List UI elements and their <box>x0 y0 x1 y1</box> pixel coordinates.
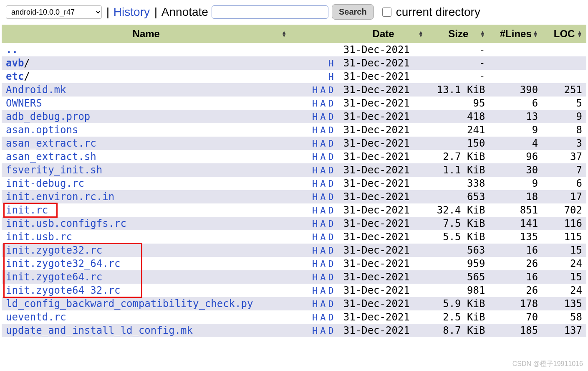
file-link[interactable]: asan_extract.rc <box>6 137 96 149</box>
history-link[interactable]: H <box>328 58 334 69</box>
download-link[interactable]: D <box>328 152 334 162</box>
download-link[interactable]: D <box>328 112 334 122</box>
history-link[interactable]: H <box>312 152 318 162</box>
history-link[interactable]: H <box>312 219 318 229</box>
history-link[interactable]: H <box>328 71 334 82</box>
download-link[interactable]: D <box>328 98 334 109</box>
file-link[interactable]: init.zygote64_32.rc <box>6 285 121 296</box>
date-cell: 31-Dec-2021 <box>339 217 427 230</box>
annotate-link[interactable]: A <box>320 219 326 229</box>
download-link[interactable]: D <box>328 325 334 336</box>
history-link[interactable]: H <box>312 299 318 309</box>
file-link[interactable]: .. <box>6 44 18 56</box>
history-link[interactable]: H <box>312 325 318 336</box>
history-link[interactable]: H <box>312 232 318 242</box>
history-link[interactable]: H <box>312 245 318 256</box>
branch-select[interactable]: android-10.0.0_r47 <box>6 5 102 19</box>
history-link[interactable]: H <box>312 138 318 149</box>
annotate-link[interactable]: A <box>320 259 326 269</box>
file-link[interactable]: update_and_install_ld_config.mk <box>6 325 193 336</box>
annotate-link[interactable]: A <box>320 112 326 122</box>
history-link[interactable]: History <box>114 5 150 19</box>
col-name[interactable]: Name ▲▼ <box>2 25 291 43</box>
download-link[interactable]: D <box>328 312 334 323</box>
file-link[interactable]: ueventd.rc <box>6 311 66 323</box>
annotate-link[interactable]: A <box>320 125 326 135</box>
file-link[interactable]: fsverity_init.sh <box>6 164 102 176</box>
file-link[interactable]: adb_debug.prop <box>6 111 90 122</box>
annotate-link[interactable]: Annotate <box>162 5 208 19</box>
file-link[interactable]: init.usb.rc <box>6 231 72 243</box>
download-link[interactable]: D <box>328 259 334 269</box>
history-link[interactable]: H <box>312 205 318 216</box>
history-link[interactable]: H <box>312 312 318 323</box>
annotate-link[interactable]: A <box>320 232 326 242</box>
file-link[interactable]: Android.mk <box>6 84 66 96</box>
search-input[interactable] <box>212 5 328 19</box>
file-link[interactable]: init-debug.rc <box>6 178 84 189</box>
date-cell: 31-Dec-2021 <box>339 284 427 297</box>
file-link[interactable]: init.zygote64.rc <box>6 271 102 283</box>
file-link[interactable]: etc <box>6 71 24 82</box>
annotate-link[interactable]: A <box>320 152 326 162</box>
history-link[interactable]: H <box>312 98 318 109</box>
file-link[interactable]: ld_config_backward_compatibility_check.p… <box>6 298 253 310</box>
file-link[interactable]: init.zygote32.rc <box>6 244 102 256</box>
download-link[interactable]: D <box>328 299 334 309</box>
annotate-link[interactable]: A <box>320 165 326 175</box>
file-link[interactable]: avb <box>6 57 24 69</box>
file-link[interactable]: init.environ.rc.in <box>6 191 114 203</box>
history-link[interactable]: H <box>312 165 318 175</box>
table-row: init.usb.rcHAD31-Dec-20215.5 KiB135115 <box>2 230 586 244</box>
had-links-cell: HAD <box>291 244 339 257</box>
file-link[interactable]: asan.options <box>6 124 78 136</box>
annotate-link[interactable]: A <box>320 299 326 309</box>
history-link[interactable]: H <box>312 178 318 189</box>
download-link[interactable]: D <box>328 125 334 135</box>
file-link[interactable]: init.rc <box>6 204 48 216</box>
lines-cell: 135 <box>489 230 542 244</box>
history-link[interactable]: H <box>312 272 318 282</box>
annotate-link[interactable]: A <box>320 325 326 336</box>
annotate-link[interactable]: A <box>320 85 326 95</box>
download-link[interactable]: D <box>328 178 334 189</box>
history-link[interactable]: H <box>312 259 318 269</box>
file-name-cell: init.zygote32.rc <box>2 244 291 257</box>
file-link[interactable]: init.zygote32_64.rc <box>6 258 121 269</box>
col-lines[interactable]: #Lines ▲▼ <box>489 25 542 43</box>
col-loc[interactable]: LOC ▲▼ <box>542 25 586 43</box>
col-date[interactable]: Date ▲▼ <box>339 25 427 43</box>
download-link[interactable]: D <box>328 285 334 296</box>
download-link[interactable]: D <box>328 272 334 282</box>
download-link[interactable]: D <box>328 138 334 149</box>
download-link[interactable]: D <box>328 205 334 216</box>
file-link[interactable]: init.usb.configfs.rc <box>6 218 126 229</box>
annotate-link[interactable]: A <box>320 98 326 109</box>
download-link[interactable]: D <box>328 85 334 95</box>
history-link[interactable]: H <box>312 125 318 135</box>
download-link[interactable]: D <box>328 165 334 175</box>
current-directory-checkbox[interactable] <box>382 8 391 17</box>
size-cell: 150 <box>427 137 489 150</box>
history-link[interactable]: H <box>312 85 318 95</box>
col-size[interactable]: Size ▲▼ <box>427 25 489 43</box>
annotate-link[interactable]: A <box>320 272 326 282</box>
search-button[interactable]: Search <box>332 4 374 20</box>
file-link[interactable]: asan_extract.sh <box>6 151 96 163</box>
size-cell: 1.1 KiB <box>427 163 489 177</box>
annotate-link[interactable]: A <box>320 312 326 323</box>
annotate-link[interactable]: A <box>320 285 326 296</box>
annotate-link[interactable]: A <box>320 192 326 202</box>
download-link[interactable]: D <box>328 219 334 229</box>
file-link[interactable]: OWNERS <box>6 97 42 109</box>
history-link[interactable]: H <box>312 192 318 202</box>
annotate-link[interactable]: A <box>320 245 326 256</box>
download-link[interactable]: D <box>328 192 334 202</box>
history-link[interactable]: H <box>312 112 318 122</box>
history-link[interactable]: H <box>312 285 318 296</box>
download-link[interactable]: D <box>328 245 334 256</box>
annotate-link[interactable]: A <box>320 205 326 216</box>
annotate-link[interactable]: A <box>320 178 326 189</box>
download-link[interactable]: D <box>328 232 334 242</box>
annotate-link[interactable]: A <box>320 138 326 149</box>
